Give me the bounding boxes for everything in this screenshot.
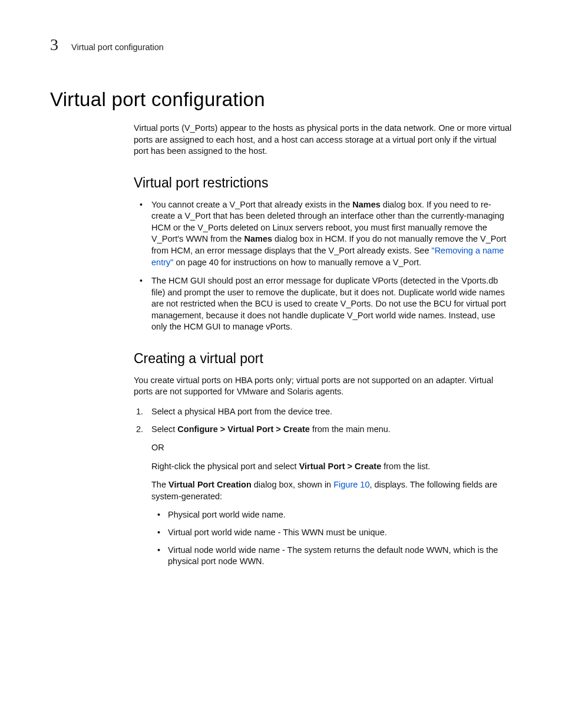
restrictions-list: You cannot create a V_Port that already …: [134, 199, 512, 333]
text: Right-click the physical port and select: [151, 462, 299, 471]
intro-paragraph: Virtual ports (V_Ports) appear to the ho…: [134, 123, 512, 157]
bold-names-2: Names: [244, 234, 272, 243]
step-result: The Virtual Port Creation dialog box, sh…: [151, 479, 512, 502]
step-2: Select Configure > Virtual Port > Create…: [134, 424, 512, 568]
heading-restrictions: Virtual port restrictions: [134, 175, 512, 191]
chapter-number: 3: [50, 35, 58, 54]
step-or: OR: [151, 442, 512, 454]
text: on page 40 for instructions on how to ma…: [173, 258, 421, 267]
text: You cannot create a V_Port that already …: [151, 200, 352, 209]
creating-intro: You create virtual ports on HBA ports on…: [134, 375, 512, 398]
header-title: Virtual port configuration: [71, 42, 164, 52]
field-item: Physical port world wide name.: [151, 509, 512, 521]
text: Select: [151, 424, 177, 434]
page-header: 3 Virtual port configuration: [50, 35, 512, 54]
bold-menu-path: Configure > Virtual Port > Create: [177, 424, 310, 434]
text: The: [151, 480, 168, 489]
bold-context-menu: Virtual Port > Create: [299, 462, 382, 471]
text: dialog box, shown in: [252, 480, 333, 489]
page: 3 Virtual port configuration Virtual por…: [0, 0, 562, 728]
step-1: Select a physical HBA port from the devi…: [134, 406, 512, 418]
field-item: Virtual port world wide name - This WWN …: [151, 527, 512, 539]
bold-names-1: Names: [352, 200, 381, 209]
step-alt: Right-click the physical port and select…: [151, 461, 512, 473]
link-figure-10[interactable]: Figure 10: [333, 480, 369, 489]
fields-list: Physical port world wide name. Virtual p…: [151, 509, 512, 567]
intro-block: Virtual ports (V_Ports) appear to the ho…: [134, 123, 512, 568]
steps-list: Select a physical HBA port from the devi…: [134, 406, 512, 568]
page-title: Virtual port configuration: [50, 88, 512, 111]
heading-creating: Creating a virtual port: [134, 351, 512, 367]
text: from the main menu.: [310, 424, 391, 434]
step-2-sub: OR Right-click the physical port and sel…: [151, 442, 512, 568]
restrictions-item-1: You cannot create a V_Port that already …: [134, 199, 512, 268]
bold-dialog-name: Virtual Port Creation: [168, 480, 252, 489]
text: from the list.: [381, 462, 430, 471]
field-item: Virtual node world wide name - The syste…: [151, 545, 512, 568]
restrictions-item-2: The HCM GUI should post an error message…: [134, 275, 512, 333]
